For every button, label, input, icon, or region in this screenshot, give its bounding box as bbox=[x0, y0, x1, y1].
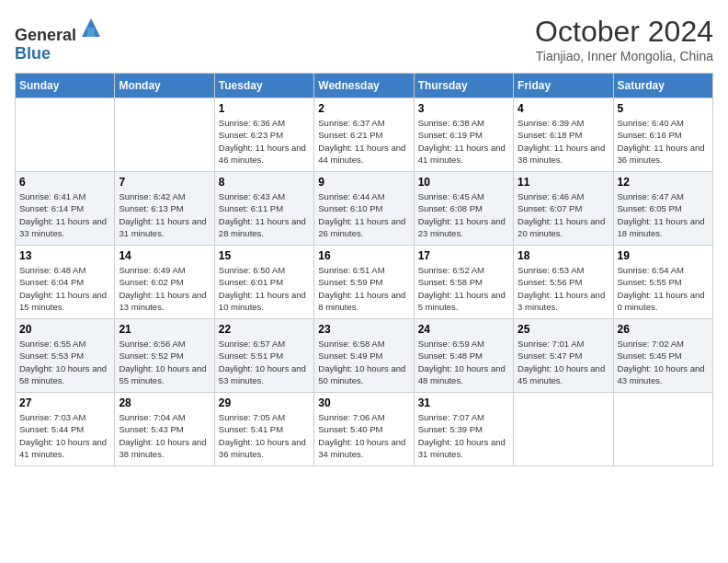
calendar-week-row: 27Sunrise: 7:03 AMSunset: 5:44 PMDayligh… bbox=[16, 393, 713, 466]
day-detail: Sunrise: 7:06 AMSunset: 5:40 PMDaylight:… bbox=[318, 411, 409, 460]
calendar-cell bbox=[514, 393, 613, 466]
calendar-cell: 31Sunrise: 7:07 AMSunset: 5:39 PMDayligh… bbox=[414, 393, 513, 466]
day-detail: Sunrise: 6:55 AMSunset: 5:53 PMDaylight:… bbox=[19, 338, 110, 386]
day-detail: Sunrise: 6:59 AMSunset: 5:48 PMDaylight:… bbox=[418, 338, 509, 386]
day-number: 5 bbox=[618, 102, 709, 115]
day-number: 27 bbox=[19, 396, 110, 409]
calendar-cell: 5Sunrise: 6:40 AMSunset: 6:16 PMDaylight… bbox=[613, 98, 712, 172]
day-detail: Sunrise: 6:36 AMSunset: 6:23 PMDaylight:… bbox=[219, 117, 310, 166]
day-detail: Sunrise: 6:57 AMSunset: 5:51 PMDaylight:… bbox=[219, 338, 310, 386]
calendar-cell: 27Sunrise: 7:03 AMSunset: 5:44 PMDayligh… bbox=[16, 393, 115, 466]
calendar-cell: 26Sunrise: 7:02 AMSunset: 5:45 PMDayligh… bbox=[613, 319, 712, 393]
day-detail: Sunrise: 6:53 AMSunset: 5:56 PMDaylight:… bbox=[518, 264, 609, 313]
day-number: 1 bbox=[219, 102, 310, 115]
day-number: 17 bbox=[418, 249, 509, 262]
day-number: 23 bbox=[318, 323, 409, 336]
day-detail: Sunrise: 6:45 AMSunset: 6:08 PMDaylight:… bbox=[418, 190, 509, 239]
day-detail: Sunrise: 6:40 AMSunset: 6:16 PMDaylight:… bbox=[618, 117, 709, 166]
day-number: 12 bbox=[618, 176, 709, 189]
weekday-header-sunday: Sunday bbox=[16, 74, 115, 98]
calendar-cell: 15Sunrise: 6:50 AMSunset: 6:01 PMDayligh… bbox=[214, 246, 313, 319]
day-detail: Sunrise: 7:07 AMSunset: 5:39 PMDaylight:… bbox=[418, 411, 509, 460]
day-number: 7 bbox=[119, 176, 210, 189]
day-number: 15 bbox=[219, 249, 310, 262]
calendar-cell: 16Sunrise: 6:51 AMSunset: 5:59 PMDayligh… bbox=[314, 246, 414, 319]
calendar-cell: 9Sunrise: 6:44 AMSunset: 6:10 PMDaylight… bbox=[314, 172, 414, 246]
month-title: October 2024 bbox=[535, 15, 713, 49]
calendar-cell: 24Sunrise: 6:59 AMSunset: 5:48 PMDayligh… bbox=[414, 319, 513, 393]
calendar-cell: 29Sunrise: 7:05 AMSunset: 5:41 PMDayligh… bbox=[214, 393, 313, 466]
weekday-header-saturday: Saturday bbox=[613, 74, 712, 98]
calendar-header-row: SundayMondayTuesdayWednesdayThursdayFrid… bbox=[16, 74, 713, 98]
calendar-cell: 7Sunrise: 6:42 AMSunset: 6:13 PMDaylight… bbox=[115, 172, 214, 246]
day-detail: Sunrise: 6:47 AMSunset: 6:05 PMDaylight:… bbox=[618, 190, 709, 239]
day-number: 14 bbox=[119, 249, 210, 262]
day-detail: Sunrise: 6:48 AMSunset: 6:04 PMDaylight:… bbox=[19, 264, 110, 313]
day-detail: Sunrise: 7:05 AMSunset: 5:41 PMDaylight:… bbox=[219, 411, 310, 460]
calendar-cell: 18Sunrise: 6:53 AMSunset: 5:56 PMDayligh… bbox=[514, 246, 613, 319]
calendar-week-row: 6Sunrise: 6:41 AMSunset: 6:14 PMDaylight… bbox=[16, 172, 713, 246]
day-detail: Sunrise: 6:54 AMSunset: 5:55 PMDaylight:… bbox=[618, 264, 709, 313]
day-detail: Sunrise: 6:44 AMSunset: 6:10 PMDaylight:… bbox=[318, 190, 409, 239]
calendar-cell: 22Sunrise: 6:57 AMSunset: 5:51 PMDayligh… bbox=[214, 319, 313, 393]
calendar-cell: 12Sunrise: 6:47 AMSunset: 6:05 PMDayligh… bbox=[613, 172, 712, 246]
day-detail: Sunrise: 7:03 AMSunset: 5:44 PMDaylight:… bbox=[19, 411, 110, 460]
logo-blue-text: Blue bbox=[15, 44, 51, 63]
day-number: 29 bbox=[219, 396, 310, 409]
day-detail: Sunrise: 6:43 AMSunset: 6:11 PMDaylight:… bbox=[219, 190, 310, 239]
day-number: 22 bbox=[219, 323, 310, 336]
day-number: 3 bbox=[418, 102, 509, 115]
day-number: 21 bbox=[119, 323, 210, 336]
location: Tianjiao, Inner Mongolia, China bbox=[535, 49, 713, 63]
calendar-cell: 25Sunrise: 7:01 AMSunset: 5:47 PMDayligh… bbox=[514, 319, 613, 393]
day-detail: Sunrise: 6:56 AMSunset: 5:52 PMDaylight:… bbox=[119, 338, 210, 386]
day-number: 2 bbox=[318, 102, 409, 115]
day-number: 4 bbox=[518, 102, 609, 115]
day-number: 28 bbox=[119, 396, 210, 409]
calendar-cell: 10Sunrise: 6:45 AMSunset: 6:08 PMDayligh… bbox=[414, 172, 513, 246]
day-detail: Sunrise: 7:02 AMSunset: 5:45 PMDaylight:… bbox=[618, 338, 709, 386]
weekday-header-friday: Friday bbox=[514, 74, 613, 98]
calendar-cell: 8Sunrise: 6:43 AMSunset: 6:11 PMDaylight… bbox=[214, 172, 313, 246]
day-number: 9 bbox=[318, 176, 409, 189]
calendar-cell: 20Sunrise: 6:55 AMSunset: 5:53 PMDayligh… bbox=[16, 319, 115, 393]
calendar-cell: 2Sunrise: 6:37 AMSunset: 6:21 PMDaylight… bbox=[314, 98, 414, 172]
day-number: 26 bbox=[618, 323, 709, 336]
page-header: General Blue October 2024 Tianjiao, Inne… bbox=[15, 15, 713, 63]
day-detail: Sunrise: 6:51 AMSunset: 5:59 PMDaylight:… bbox=[318, 264, 409, 313]
day-detail: Sunrise: 6:39 AMSunset: 6:18 PMDaylight:… bbox=[518, 117, 609, 166]
day-number: 20 bbox=[19, 323, 110, 336]
day-number: 31 bbox=[418, 396, 509, 409]
day-number: 24 bbox=[418, 323, 509, 336]
calendar-cell: 11Sunrise: 6:46 AMSunset: 6:07 PMDayligh… bbox=[514, 172, 613, 246]
day-detail: Sunrise: 6:46 AMSunset: 6:07 PMDaylight:… bbox=[518, 190, 609, 239]
calendar-cell: 3Sunrise: 6:38 AMSunset: 6:19 PMDaylight… bbox=[414, 98, 513, 172]
calendar-cell: 19Sunrise: 6:54 AMSunset: 5:55 PMDayligh… bbox=[613, 246, 712, 319]
calendar-cell: 17Sunrise: 6:52 AMSunset: 5:58 PMDayligh… bbox=[414, 246, 513, 319]
day-detail: Sunrise: 6:58 AMSunset: 5:49 PMDaylight:… bbox=[318, 338, 409, 386]
day-detail: Sunrise: 6:42 AMSunset: 6:13 PMDaylight:… bbox=[119, 190, 210, 239]
title-block: October 2024 Tianjiao, Inner Mongolia, C… bbox=[535, 15, 713, 63]
day-number: 16 bbox=[318, 249, 409, 262]
calendar-body: 1Sunrise: 6:36 AMSunset: 6:23 PMDaylight… bbox=[16, 98, 713, 466]
day-number: 18 bbox=[518, 249, 609, 262]
calendar-week-row: 20Sunrise: 6:55 AMSunset: 5:53 PMDayligh… bbox=[16, 319, 713, 393]
day-number: 10 bbox=[418, 176, 509, 189]
calendar-week-row: 13Sunrise: 6:48 AMSunset: 6:04 PMDayligh… bbox=[16, 246, 713, 319]
day-detail: Sunrise: 7:04 AMSunset: 5:43 PMDaylight:… bbox=[119, 411, 210, 460]
day-number: 6 bbox=[19, 176, 110, 189]
day-number: 25 bbox=[518, 323, 609, 336]
calendar-cell: 23Sunrise: 6:58 AMSunset: 5:49 PMDayligh… bbox=[314, 319, 414, 393]
calendar-cell: 13Sunrise: 6:48 AMSunset: 6:04 PMDayligh… bbox=[16, 246, 115, 319]
day-detail: Sunrise: 6:50 AMSunset: 6:01 PMDaylight:… bbox=[219, 264, 310, 313]
day-detail: Sunrise: 6:38 AMSunset: 6:19 PMDaylight:… bbox=[418, 117, 509, 166]
day-number: 13 bbox=[19, 249, 110, 262]
calendar-cell: 14Sunrise: 6:49 AMSunset: 6:02 PMDayligh… bbox=[115, 246, 214, 319]
calendar-cell: 6Sunrise: 6:41 AMSunset: 6:14 PMDaylight… bbox=[16, 172, 115, 246]
calendar-cell: 30Sunrise: 7:06 AMSunset: 5:40 PMDayligh… bbox=[314, 393, 414, 466]
weekday-header-monday: Monday bbox=[115, 74, 214, 98]
weekday-header-wednesday: Wednesday bbox=[314, 74, 414, 98]
calendar-week-row: 1Sunrise: 6:36 AMSunset: 6:23 PMDaylight… bbox=[16, 98, 713, 172]
logo-general-text: General bbox=[15, 26, 76, 44]
calendar-cell: 21Sunrise: 6:56 AMSunset: 5:52 PMDayligh… bbox=[115, 319, 214, 393]
